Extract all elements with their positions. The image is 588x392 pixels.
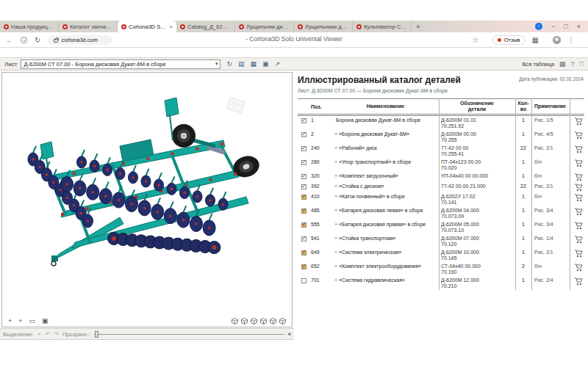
row-name[interactable]: +«Стойка транспортная» xyxy=(330,236,439,242)
redo-icon[interactable]: ↷ xyxy=(54,330,59,338)
cart-icon[interactable] xyxy=(570,184,584,192)
view-cube-icon[interactable] xyxy=(241,318,248,324)
row-checkbox[interactable] xyxy=(301,278,306,283)
row-note[interactable]: б/н xyxy=(531,173,570,179)
row-checkbox[interactable] xyxy=(301,222,306,228)
zoom-window-icon[interactable]: ▭ xyxy=(29,317,36,324)
cart-icon[interactable] xyxy=(570,159,584,167)
sheet-select[interactable]: Д-6200М СТ 07.00 - Борона дисковая Дукат… xyxy=(21,59,220,69)
row-note[interactable]: Рис. 4/5 xyxy=(531,131,570,137)
row-checkbox[interactable] xyxy=(301,208,306,214)
tab-close-icon[interactable]: × xyxy=(169,23,173,30)
cart-icon[interactable] xyxy=(570,250,584,258)
row-name[interactable]: +«Батарея дисковая левая» в сборе xyxy=(330,208,439,214)
row-checkbox[interactable] xyxy=(301,132,306,137)
fit-view-icon[interactable]: ▣ xyxy=(42,317,49,324)
cart-icon[interactable] xyxy=(570,194,584,202)
row-note[interactable]: Рис. 2/1 xyxy=(531,145,570,151)
zoom-in-icon[interactable]: + xyxy=(18,317,22,324)
row-checkbox[interactable] xyxy=(301,160,306,165)
row-note[interactable]: б/н xyxy=(531,159,570,165)
row-note[interactable]: Рис. 2/4 xyxy=(531,277,570,283)
expand-toggle-icon[interactable]: + xyxy=(334,250,337,255)
cart-icon[interactable] xyxy=(570,277,584,286)
browser-tab[interactable]: Наша продукция - ООО Тр × xyxy=(0,21,59,32)
row-name[interactable]: +«Стойка с диском» xyxy=(330,184,439,189)
view-cube-icon[interactable] xyxy=(232,318,238,324)
browser-tab[interactable]: Catalog_Д_6200_сбор_ст-11 × xyxy=(176,21,235,32)
browser-menu-icon[interactable]: ⋮ xyxy=(567,36,575,44)
view-cube-icon[interactable] xyxy=(260,318,267,324)
row-checkbox[interactable] xyxy=(301,174,306,179)
cart-icon[interactable] xyxy=(570,145,584,153)
expand-panel-icon[interactable]: □ xyxy=(580,60,584,68)
cart-icon[interactable] xyxy=(570,208,584,216)
refresh-icon[interactable]: ↻ xyxy=(226,60,232,68)
browser-update-icon[interactable]: ↑ xyxy=(535,23,542,30)
expand-toggle-icon[interactable]: + xyxy=(334,184,337,189)
new-tab-button[interactable]: + xyxy=(412,21,425,32)
browser-tab[interactable]: Cortona3D Solo Unive × xyxy=(118,21,176,32)
expand-toggle-icon[interactable]: + xyxy=(334,131,337,137)
maximize-button[interactable]: □ xyxy=(564,23,567,30)
expand-toggle-icon[interactable]: + xyxy=(334,236,337,241)
browser-tab[interactable]: Лущильник дисковый гид × xyxy=(235,21,294,32)
row-name[interactable]: +«Рабочий» диск xyxy=(330,145,439,151)
cart-icon[interactable] xyxy=(570,131,584,139)
undo-icon[interactable]: ↶ xyxy=(45,330,50,338)
url-field[interactable]: cortona3d.com xyxy=(48,35,112,45)
back-icon[interactable]: ← xyxy=(6,36,13,44)
row-note[interactable]: б/н xyxy=(531,264,570,269)
expand-toggle-icon[interactable]: + xyxy=(334,277,337,283)
row-name[interactable]: +«Батарея дисковая правая» в сборе xyxy=(330,222,439,228)
row-checkbox[interactable] xyxy=(301,236,306,242)
row-checkbox[interactable] xyxy=(301,184,306,189)
view-cube-icon[interactable] xyxy=(270,318,276,324)
cart-icon[interactable] xyxy=(570,236,584,244)
transparency-slider[interactable] xyxy=(94,331,284,338)
expand-toggle-icon[interactable]: + xyxy=(334,194,337,199)
report-icon[interactable]: ▤ xyxy=(238,60,245,68)
bookmark-star-icon[interactable]: ☆ xyxy=(472,36,478,44)
cart-icon[interactable] xyxy=(570,173,584,181)
row-checkbox[interactable] xyxy=(301,264,306,269)
row-note[interactable]: Рис. 2/1 xyxy=(531,250,570,255)
row-name[interactable]: +«Система электрическая» xyxy=(330,250,439,255)
pan-icon[interactable]: + xyxy=(8,317,12,324)
row-checkbox[interactable] xyxy=(301,250,306,255)
row-note[interactable]: Рис. 3/4 xyxy=(531,208,570,214)
table-view-icon[interactable]: ▦ xyxy=(559,60,566,68)
expand-toggle-icon[interactable]: + xyxy=(334,208,337,213)
row-note[interactable]: Рис. 1/4 xyxy=(531,236,570,242)
cart-icon[interactable] xyxy=(570,264,584,272)
help-icon[interactable]: ? xyxy=(571,60,575,68)
browser-tab[interactable]: Культиватор СТК: Тор × xyxy=(353,21,412,32)
row-name[interactable]: +«Упор транспортный» в сборе xyxy=(330,159,439,165)
row-name[interactable]: +«Комплект загрузочный» xyxy=(330,173,439,179)
view-cube-icon[interactable] xyxy=(251,318,257,324)
profile-avatar[interactable] xyxy=(553,36,561,44)
row-checkbox[interactable] xyxy=(301,195,306,200)
expand-toggle-icon[interactable]: + xyxy=(334,264,337,269)
row-name[interactable]: Борона дисковая Дукат-6М в сборе xyxy=(330,117,439,123)
reload-icon[interactable]: ↻ xyxy=(35,36,40,44)
row-note[interactable]: б/н xyxy=(531,194,570,200)
row-name[interactable]: +«Комплект электрооборудования» xyxy=(330,264,439,269)
grid-icon[interactable]: ▣ xyxy=(262,60,269,68)
home-icon[interactable] xyxy=(21,37,27,43)
expand-toggle-icon[interactable]: + xyxy=(334,173,337,178)
expand-toggle-icon[interactable]: + xyxy=(334,159,337,164)
minimize-button[interactable]: − xyxy=(551,23,555,30)
slider-thumb[interactable] xyxy=(95,331,98,338)
view-cube-icon[interactable] xyxy=(279,318,286,324)
open-link-icon[interactable]: ↗ xyxy=(274,60,280,68)
row-checkbox[interactable] xyxy=(301,118,306,123)
cart-icon[interactable] xyxy=(570,117,584,126)
row-name[interactable]: +«Борона дисковая Дукат-6М» xyxy=(330,131,439,137)
3d-viewport[interactable]: + + ▭ ▣ xyxy=(1,72,293,327)
browser-tab[interactable]: Лущильники дисковые гидр × xyxy=(294,21,353,32)
expand-toggle-icon[interactable]: + xyxy=(334,145,337,150)
row-note[interactable]: Рис. 2/1 xyxy=(531,184,570,189)
browser-tab[interactable]: Каталог запчастей - ООО × xyxy=(59,21,118,32)
feedback-button[interactable]: Отзыв xyxy=(492,35,525,45)
